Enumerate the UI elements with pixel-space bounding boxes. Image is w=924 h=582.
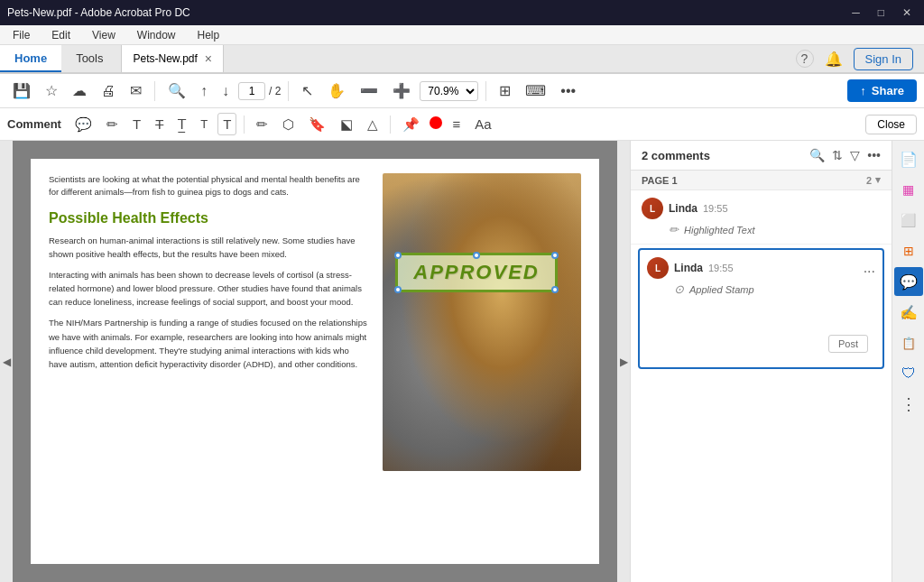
- page-header: PAGE 1 2 ▾: [631, 171, 892, 190]
- more-comments-icon[interactable]: •••: [867, 148, 881, 162]
- stamp-button[interactable]: 🔖: [304, 114, 330, 135]
- zoom-out2-button[interactable]: ➖: [355, 79, 383, 103]
- pdf-content: Scientists are looking at what the poten…: [49, 173, 581, 550]
- toolbar-divider-1: [154, 81, 155, 101]
- share-button[interactable]: ↑ Share: [847, 79, 917, 102]
- shape-button[interactable]: ⬕: [336, 114, 357, 135]
- strikethrough-button[interactable]: T: [151, 114, 168, 134]
- replace-text-button[interactable]: T̲: [173, 114, 190, 135]
- avatar-2: L: [647, 257, 669, 279]
- text-callout-button[interactable]: T: [217, 113, 236, 135]
- title-bar: Pets-New.pdf - Adobe Acrobat Pro DC ─ □ …: [0, 0, 924, 25]
- right-arrow-icon: ▶: [620, 356, 628, 368]
- print-button[interactable]: 🖨: [96, 79, 121, 103]
- page-number-input[interactable]: 1: [238, 82, 265, 100]
- handle-tr[interactable]: [551, 252, 559, 259]
- tab-tools[interactable]: Tools: [61, 45, 117, 72]
- menu-file[interactable]: File: [7, 27, 35, 43]
- page-total: / 2: [269, 85, 281, 97]
- sidebar-extract-icon[interactable]: 📋: [894, 328, 923, 357]
- zoom-out-button[interactable]: 🔍: [162, 79, 191, 103]
- select-tool-button[interactable]: ↖: [296, 79, 319, 103]
- sidebar-sign-icon[interactable]: ✍: [894, 298, 923, 327]
- comment-author-2: Linda: [674, 262, 703, 274]
- notifications-icon[interactable]: 🔔: [825, 51, 843, 68]
- arrow-shape-button[interactable]: △: [363, 114, 383, 135]
- pdf-body-1: Research on human-animal interactions is…: [49, 234, 368, 261]
- comment-item-2[interactable]: L Linda 19:55 ... ⊙ Applied Stamp Post: [638, 248, 884, 369]
- post-button[interactable]: Post: [828, 335, 868, 353]
- left-panel-toggle[interactable]: ◀: [0, 141, 13, 582]
- sidebar-shield-icon[interactable]: 🛡: [894, 359, 923, 388]
- menu-help[interactable]: Help: [192, 27, 226, 43]
- comment-reply-input[interactable]: [674, 301, 868, 328]
- text-tool-button[interactable]: T: [128, 114, 145, 134]
- cloud-button[interactable]: ☁: [67, 79, 92, 103]
- sidebar-export-icon[interactable]: ⬜: [894, 206, 923, 235]
- highlighter-button[interactable]: ⬡: [278, 114, 299, 135]
- menu-window[interactable]: Window: [132, 27, 181, 43]
- page-count: 2 ▾: [866, 174, 881, 186]
- comment-toolbar: Comment 💬 ✏ T T T̲ T T ✏ ⬡ 🔖 ⬕ △ 📌 ≡ Aa …: [0, 108, 924, 141]
- share-label: Share: [872, 84, 904, 97]
- tab-document[interactable]: Pets-New.pdf ×: [121, 45, 224, 72]
- highlight-icon: ✏: [669, 223, 679, 236]
- save-button[interactable]: 💾: [7, 79, 36, 103]
- text-box-button[interactable]: T: [196, 115, 212, 134]
- sidebar-edit-icon[interactable]: ⊞: [894, 236, 923, 265]
- stamp-container[interactable]: APPROVED: [395, 253, 558, 307]
- minimize-button[interactable]: ─: [846, 5, 865, 21]
- sign-in-button[interactable]: Sign In: [854, 48, 913, 70]
- toolbar-divider-3: [485, 81, 486, 101]
- zoom-select[interactable]: 70.9% 50% 75% 100%: [420, 81, 478, 101]
- right-panel-toggle[interactable]: ▶: [617, 141, 630, 582]
- page-label: PAGE 1: [642, 175, 678, 186]
- window-controls: ─ □ ✕: [846, 5, 917, 21]
- prev-page-button[interactable]: ↑: [195, 79, 213, 103]
- menu-view[interactable]: View: [87, 27, 121, 43]
- email-button[interactable]: ✉: [125, 79, 147, 103]
- chevron-down-icon[interactable]: ▾: [875, 174, 881, 186]
- stamp-text: APPROVED: [413, 261, 539, 283]
- menu-edit[interactable]: Edit: [46, 27, 76, 43]
- highlight-tool-button[interactable]: ✏: [102, 114, 123, 135]
- close-window-button[interactable]: ✕: [897, 5, 917, 21]
- tab-close-button[interactable]: ×: [205, 51, 212, 66]
- handle-tl[interactable]: [394, 252, 402, 259]
- tab-home[interactable]: Home: [0, 45, 61, 72]
- pin-button[interactable]: 📌: [398, 114, 424, 135]
- filter-comments-icon[interactable]: ▽: [850, 148, 860, 162]
- help-icon[interactable]: ?: [796, 50, 814, 68]
- comment-item-1[interactable]: L Linda 19:55 ✏ Highlighted Text: [631, 190, 892, 245]
- comment-author-1: Linda: [669, 202, 698, 215]
- sidebar-more-icon[interactable]: ⋮: [894, 390, 923, 419]
- sidebar-comment-icon[interactable]: 💬: [894, 267, 923, 296]
- comment-close-button[interactable]: Close: [865, 115, 917, 134]
- keyboard-button[interactable]: ⌨: [520, 79, 551, 103]
- comment-type-label-1: Highlighted Text: [684, 225, 754, 236]
- handle-bl[interactable]: [394, 286, 402, 293]
- comment-more-button[interactable]: ...: [864, 260, 875, 276]
- search-comments-icon[interactable]: 🔍: [809, 148, 825, 162]
- toolbar: 💾 ☆ ☁ 🖨 ✉ 🔍 ↑ ↓ 1 / 2 ↖ ✋ ➖ ➕ 70.9% 50% …: [0, 74, 924, 108]
- handle-br[interactable]: [551, 286, 559, 293]
- handle-tc[interactable]: [473, 252, 480, 259]
- scan-button[interactable]: ⊞: [494, 79, 516, 103]
- app-title: Pets-New.pdf - Adobe Acrobat Pro DC: [7, 6, 190, 19]
- tab-document-label: Pets-New.pdf: [133, 52, 197, 65]
- sticky-note-button[interactable]: 💬: [70, 114, 97, 135]
- more-tools-button[interactable]: •••: [555, 79, 581, 103]
- sidebar-pages-icon[interactable]: ▦: [894, 175, 923, 204]
- pan-tool-button[interactable]: ✋: [322, 79, 351, 103]
- sidebar-pdf-icon[interactable]: 📄: [894, 144, 923, 173]
- sort-comments-icon[interactable]: ⇅: [832, 148, 843, 162]
- pencil-button[interactable]: ✏: [252, 114, 273, 135]
- maximize-button[interactable]: □: [873, 5, 890, 21]
- font-button[interactable]: Aa: [470, 114, 495, 134]
- bookmark-button[interactable]: ☆: [40, 79, 63, 103]
- zoom-in-button[interactable]: ➕: [387, 79, 416, 103]
- color-indicator: [430, 116, 442, 132]
- lines-button[interactable]: ≡: [448, 114, 465, 134]
- next-page-button[interactable]: ↓: [217, 79, 235, 103]
- comment-meta-2: L Linda 19:55 ...: [647, 257, 875, 279]
